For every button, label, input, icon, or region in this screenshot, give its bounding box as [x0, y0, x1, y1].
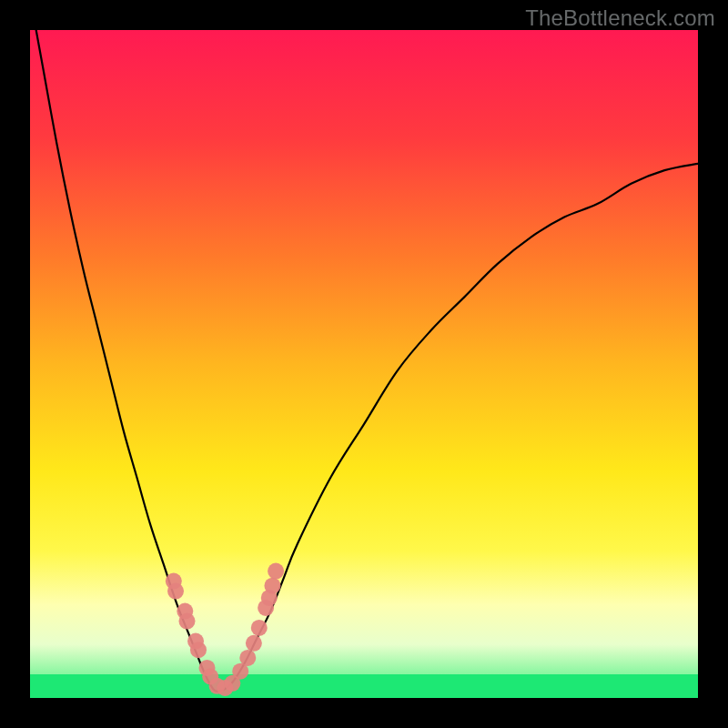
chart-svg: [30, 30, 698, 698]
bottleneck-curve: [30, 0, 698, 692]
marker-dot: [178, 613, 195, 630]
marker-dot: [239, 650, 256, 666]
marker-dot: [261, 590, 278, 606]
marker-dot: [190, 642, 207, 658]
marker-dots-group: [166, 563, 284, 696]
watermark-text: TheBottleneck.com: [525, 5, 715, 31]
stage: TheBottleneck.com: [0, 0, 728, 728]
marker-dot: [246, 635, 262, 652]
plot-area: [30, 30, 698, 698]
marker-dot: [251, 620, 268, 636]
marker-dot: [167, 583, 184, 600]
marker-dot: [268, 563, 284, 580]
